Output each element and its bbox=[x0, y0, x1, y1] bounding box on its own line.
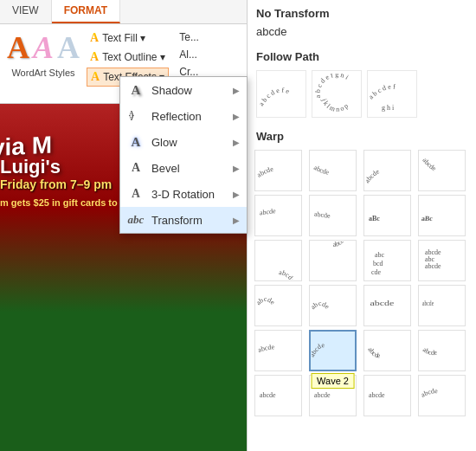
warp-cell-5-2[interactable]: abcde bbox=[363, 375, 411, 416]
wordart-letters: A A A bbox=[7, 29, 80, 66]
warp-cell-0-0[interactable]: abcde bbox=[254, 150, 302, 191]
svg-text:a b c d e f g h i: a b c d e f g h i bbox=[313, 74, 351, 99]
warp-cell-0-2[interactable]: abcde bbox=[363, 150, 411, 191]
no-transform-title: No Transform bbox=[248, 0, 476, 23]
svg-text:abcde: abcde bbox=[425, 262, 441, 270]
warp-cell-1-2[interactable]: aBc bbox=[363, 195, 411, 236]
menu-item-bevel[interactable]: A Bevel ▶ bbox=[120, 155, 247, 181]
warp-cell-0-3[interactable]: abcde bbox=[418, 150, 466, 191]
wordart-sample-2[interactable]: A bbox=[33, 29, 54, 66]
warp-cell-4-3[interactable]: abcde bbox=[418, 330, 466, 371]
text-outline-label: Text Outline ▾ bbox=[102, 51, 165, 63]
ribbon-buttons-group2: Te... Al... Cr... bbox=[176, 29, 203, 80]
svg-text:abcde: abcde bbox=[332, 242, 348, 248]
svg-text:abcde: abcde bbox=[312, 164, 330, 177]
warp-cell-5-1[interactable]: abcde bbox=[309, 375, 357, 416]
wordart-styles-label: WordArt Styles bbox=[11, 68, 74, 78]
warp-cell-4-0[interactable]: abcde bbox=[254, 330, 302, 371]
glow-icon: A bbox=[127, 133, 145, 151]
svg-text:abcde: abcde bbox=[312, 300, 331, 311]
text-fill-label: Text Fill ▾ bbox=[102, 32, 145, 44]
menu-item-transform[interactable]: abc Transform ▶ bbox=[120, 207, 247, 233]
warp-title: Warp bbox=[248, 125, 476, 146]
svg-text:abcde: abcde bbox=[366, 346, 380, 360]
svg-text:abc: abc bbox=[375, 251, 385, 259]
reflection-label: Reflection bbox=[151, 110, 226, 123]
svg-text:g h i: g h i bbox=[382, 104, 395, 112]
menu-item-reflection[interactable]: A A Reflection ▶ bbox=[120, 103, 247, 129]
al-button[interactable]: Al... bbox=[176, 47, 203, 62]
glow-label: Glow bbox=[151, 136, 226, 149]
warp-cell-2-2[interactable]: abc bcd cde bbox=[363, 240, 411, 281]
menu-item-glow[interactable]: A Glow ▶ bbox=[120, 129, 247, 155]
follow-path-arch-2[interactable]: a b c d e f g h i bbox=[367, 70, 417, 118]
svg-text:abcde: abcde bbox=[278, 268, 296, 280]
al-label: Al... bbox=[179, 48, 197, 61]
text-outline-button[interactable]: A Text Outline ▾ bbox=[87, 48, 169, 66]
transform-label: Transform bbox=[151, 214, 226, 227]
slide-friday-text: Friday from 7–9 pm bbox=[0, 177, 112, 191]
warp-cell-3-2[interactable]: abcde bbox=[363, 285, 411, 326]
menu-item-shadow[interactable]: A Shadow ▶ bbox=[120, 77, 247, 103]
text-fill-button[interactable]: A Text Fill ▾ bbox=[87, 29, 169, 47]
svg-text:abcde: abcde bbox=[422, 300, 434, 306]
3d-rotation-icon: A bbox=[126, 184, 143, 203]
wordart-sample-1[interactable]: A bbox=[7, 29, 29, 66]
warp-cell-2-1[interactable]: abcde bbox=[309, 240, 357, 281]
warp-cell-4-1[interactable]: abcde Wave 2 bbox=[309, 330, 357, 371]
svg-text:abcde: abcde bbox=[421, 387, 438, 399]
svg-text:abcde: abcde bbox=[312, 341, 325, 358]
te-button[interactable]: Te... bbox=[176, 29, 203, 45]
warp-cell-1-3[interactable]: aBc bbox=[418, 195, 466, 236]
warp-cell-4-2[interactable]: abcde bbox=[363, 330, 411, 371]
menu-item-3d-rotation[interactable]: A 3-D Rotation ▶ bbox=[120, 181, 247, 207]
text-fill-icon: A bbox=[90, 31, 99, 45]
warp-cell-2-3[interactable]: abcde abc abcde bbox=[418, 240, 466, 281]
svg-text:abcde: abcde bbox=[421, 157, 437, 173]
warp-cell-3-3[interactable]: abcde bbox=[418, 285, 466, 326]
svg-text:bcd: bcd bbox=[373, 260, 383, 267]
warp-cell-1-0[interactable]: abcde bbox=[254, 195, 302, 236]
svg-text:abcde: abcde bbox=[370, 300, 395, 307]
svg-text:j k l m n o p: j k l m n o p bbox=[319, 96, 349, 113]
svg-text:a b c d e f e: a b c d e f e bbox=[258, 86, 291, 107]
follow-path-circle[interactable]: a b c d e f g h i j k l m n o p bbox=[312, 70, 362, 118]
glow-arrow: ▶ bbox=[233, 138, 240, 147]
shadow-icon: A bbox=[127, 81, 145, 99]
no-transform-word[interactable]: abcde bbox=[248, 23, 476, 45]
warp-cell-5-0[interactable]: abcde bbox=[254, 375, 302, 416]
warp-cell-3-1[interactable]: abcde bbox=[309, 285, 357, 326]
svg-text:a b c d e f: a b c d e f bbox=[369, 82, 396, 100]
svg-text:aBc: aBc bbox=[421, 215, 433, 222]
transform-icon: abc bbox=[127, 211, 145, 229]
transform-arrow: ▶ bbox=[233, 216, 240, 225]
svg-text:abcde: abcde bbox=[260, 207, 276, 217]
svg-text:abcde: abcde bbox=[257, 343, 275, 354]
3d-rotation-arrow: ▶ bbox=[233, 190, 240, 199]
svg-text:A: A bbox=[129, 113, 134, 121]
follow-path-grid: a b c d e f e a b c d e f g h i j k l m … bbox=[248, 67, 476, 125]
svg-text:cde: cde bbox=[371, 268, 382, 276]
wordart-sample-3[interactable]: A bbox=[57, 29, 80, 66]
bevel-label: Bevel bbox=[151, 162, 226, 175]
tab-view[interactable]: VIEW bbox=[0, 0, 52, 23]
follow-path-arch-up[interactable]: a b c d e f e bbox=[256, 70, 306, 118]
svg-text:aBc: aBc bbox=[369, 215, 380, 222]
warp-cell-1-1[interactable]: abcde bbox=[309, 195, 357, 236]
text-effects-dropdown: A Shadow ▶ A A Reflection ▶ A Glow ▶ A B… bbox=[119, 76, 248, 234]
warp-panel: No Transform abcde Follow Path a b c d e… bbox=[247, 0, 476, 451]
no-transform-text: abcde bbox=[256, 25, 286, 38]
tab-format[interactable]: FORMAT bbox=[52, 0, 120, 23]
svg-text:abcde: abcde bbox=[257, 295, 277, 306]
warp-cell-5-3[interactable]: abcde bbox=[418, 375, 466, 416]
warp-cell-2-0[interactable]: abcde bbox=[254, 240, 302, 281]
te-label: Te... bbox=[179, 31, 199, 43]
reflection-arrow: ▶ bbox=[233, 112, 240, 121]
svg-text:abcde: abcde bbox=[257, 165, 274, 179]
svg-text:abcde: abcde bbox=[314, 209, 331, 220]
follow-path-title: Follow Path bbox=[248, 45, 476, 67]
svg-text:abcde: abcde bbox=[369, 391, 385, 399]
warp-cell-3-0[interactable]: abcde bbox=[254, 285, 302, 326]
warp-cell-0-1[interactable]: abcde bbox=[309, 150, 357, 191]
svg-text:abcde: abcde bbox=[314, 391, 331, 399]
